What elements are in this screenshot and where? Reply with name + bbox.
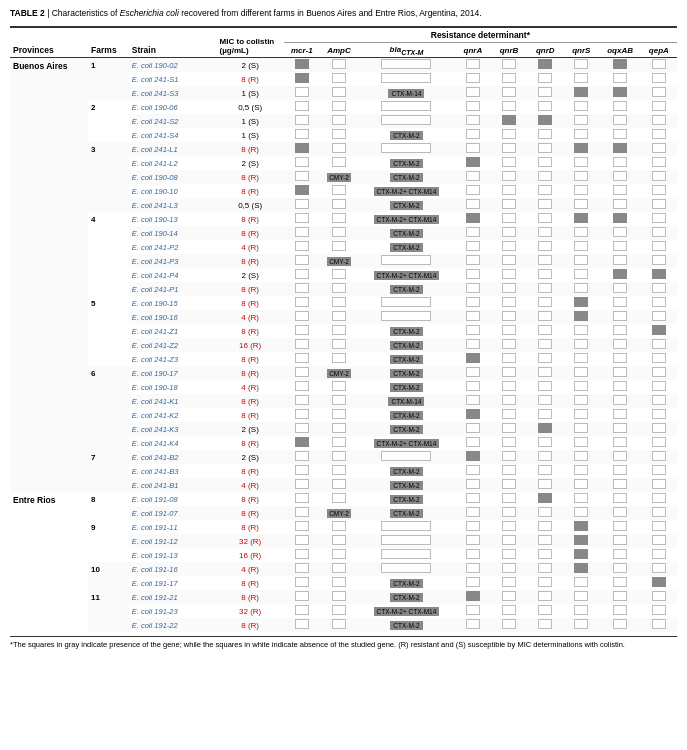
qnra-cell (455, 212, 491, 226)
ampc-cell (320, 408, 358, 422)
qnrs-cell (563, 296, 599, 310)
strain-cell: E. coli 241-L3 (129, 198, 217, 212)
mcr1-cell (284, 296, 320, 310)
ctxm-cell: CTX-M-2+ CTX-M14 (358, 604, 455, 618)
qnrd-cell (527, 170, 563, 184)
qnra-cell (455, 492, 491, 506)
qepa-cell (641, 240, 677, 254)
qnra-cell (455, 506, 491, 520)
col-qnrs: qnrS (563, 42, 599, 58)
table-row: 11E. coli 191-218 (R)CTX-M-2 (10, 590, 677, 604)
qnrd-cell (527, 590, 563, 604)
qnra-cell (455, 310, 491, 324)
oqxab-cell (599, 86, 640, 100)
ampc-cell (320, 114, 358, 128)
qnrs-cell (563, 618, 599, 632)
col-mcr1: mcr-1 (284, 42, 320, 58)
strain-cell: E. coli 191-12 (129, 534, 217, 548)
qnrd-cell (527, 464, 563, 478)
qepa-cell (641, 380, 677, 394)
qnra-cell (455, 254, 491, 268)
qnra-cell (455, 590, 491, 604)
strain-cell: E. coli 191-22 (129, 618, 217, 632)
qnra-cell (455, 114, 491, 128)
qepa-cell (641, 142, 677, 156)
mic-cell: 8 (R) (217, 506, 284, 520)
mcr1-cell (284, 422, 320, 436)
mcr1-cell (284, 562, 320, 576)
oqxab-cell (599, 604, 640, 618)
qnrb-cell (491, 618, 527, 632)
ctxm-cell: CTX-M-2 (358, 408, 455, 422)
farm-cell: 4 (88, 212, 129, 296)
ampc-cell (320, 184, 358, 198)
mcr1-cell (284, 226, 320, 240)
table-label: TABLE 2 (10, 8, 45, 18)
qnrs-cell (563, 576, 599, 590)
ampc-cell (320, 450, 358, 464)
qepa-cell (641, 198, 677, 212)
mcr1-cell (284, 72, 320, 86)
qnrd-cell (527, 394, 563, 408)
ctxm-cell (358, 72, 455, 86)
qnra-cell (455, 86, 491, 100)
qnra-cell (455, 338, 491, 352)
ctxm-cell: CTX-M-2 (358, 240, 455, 254)
ampc-cell (320, 618, 358, 632)
col-qnrd: qnrD (527, 42, 563, 58)
qnrb-cell (491, 338, 527, 352)
table-row: Entre Rios8E. coli 191-088 (R)CTX-M-2 (10, 492, 677, 506)
farm-cell: 2 (88, 100, 129, 142)
qnrb-cell (491, 562, 527, 576)
ctxm-cell (358, 114, 455, 128)
col-strain: Strain (129, 27, 217, 58)
ampc-cell (320, 548, 358, 562)
qnrd-cell (527, 184, 563, 198)
farm-cell: 3 (88, 142, 129, 212)
qnrd-cell (527, 478, 563, 492)
qnrb-cell (491, 86, 527, 100)
strain-cell: E. coli 241-B3 (129, 464, 217, 478)
qepa-cell (641, 422, 677, 436)
qnrd-cell (527, 548, 563, 562)
ampc-cell (320, 394, 358, 408)
qnrb-cell (491, 590, 527, 604)
qnrs-cell (563, 226, 599, 240)
oqxab-cell (599, 240, 640, 254)
qnrb-cell (491, 534, 527, 548)
mic-cell: 8 (R) (217, 352, 284, 366)
qnra-cell (455, 436, 491, 450)
qepa-cell (641, 408, 677, 422)
strain-cell: E. coli 241-P1 (129, 282, 217, 296)
mcr1-cell (284, 310, 320, 324)
qepa-cell (641, 618, 677, 632)
ctxm-cell (358, 310, 455, 324)
mcr1-cell (284, 268, 320, 282)
qnrs-cell (563, 450, 599, 464)
oqxab-cell (599, 282, 640, 296)
oqxab-cell (599, 324, 640, 338)
qnrs-cell (563, 464, 599, 478)
mcr1-cell (284, 380, 320, 394)
qnrd-cell (527, 324, 563, 338)
oqxab-cell (599, 170, 640, 184)
ampc-cell (320, 268, 358, 282)
oqxab-cell (599, 576, 640, 590)
oqxab-cell (599, 520, 640, 534)
qnrb-cell (491, 450, 527, 464)
qepa-cell (641, 478, 677, 492)
qnrb-cell (491, 184, 527, 198)
qnrb-cell (491, 254, 527, 268)
oqxab-cell (599, 338, 640, 352)
oqxab-cell (599, 562, 640, 576)
oqxab-cell (599, 492, 640, 506)
mic-cell: 8 (R) (217, 72, 284, 86)
strain-cell: E. coli 241-P2 (129, 240, 217, 254)
qnrs-cell (563, 170, 599, 184)
mic-cell: 8 (R) (217, 366, 284, 380)
qnra-cell (455, 604, 491, 618)
qnrd-cell (527, 366, 563, 380)
qnrd-cell (527, 86, 563, 100)
qnrs-cell (563, 156, 599, 170)
qnrb-cell (491, 296, 527, 310)
